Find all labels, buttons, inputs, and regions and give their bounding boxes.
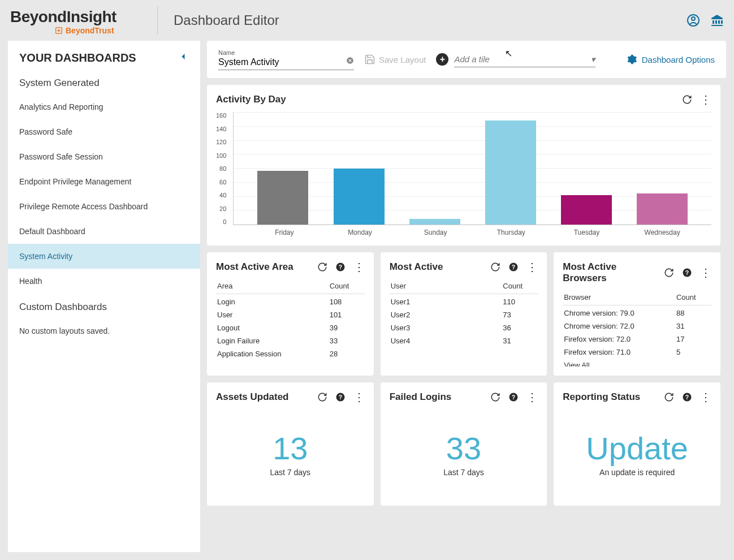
sidebar-item[interactable]: Privilege Remote Access Dashboard [8,194,200,219]
y-tick: 120 [216,139,226,145]
sidebar-item[interactable]: Health [8,269,200,294]
y-tick: 140 [216,126,226,132]
failed-logins-sub: Last 7 days [443,468,484,477]
card-menu-icon[interactable]: ⋮ [353,261,365,273]
svg-text:?: ? [338,264,342,270]
sidebar-item[interactable]: Analytics And Reporting [8,94,200,119]
card-title: Failed Logins [390,391,485,403]
refresh-icon[interactable] [664,268,674,278]
help-icon[interactable]: ? [682,392,692,402]
x-label: Friday [259,229,310,236]
assets-updated-sub: Last 7 days [270,468,311,477]
sidebar-item[interactable]: Default Dashboard [8,219,200,244]
table-row[interactable]: Login108 [216,295,365,308]
assets-updated-card: Assets Updated ? ⋮ 13 Last 7 days [207,382,374,506]
card-menu-icon[interactable]: ⋮ [700,267,711,278]
card-title: Most Active Browsers [563,261,658,284]
card-menu-icon[interactable]: ⋮ [700,94,711,105]
page-title: Dashboard Editor [157,6,279,35]
col-header: Count [503,282,537,290]
activity-chart: 160140120100806040200 [216,112,711,225]
dashboard-options-button[interactable]: Dashboard Options [626,54,715,65]
reporting-status-value: Update [586,430,688,467]
chart-bar[interactable] [334,169,385,225]
table-row[interactable]: Application Session28 [216,347,365,360]
chart-bar[interactable] [257,171,308,225]
help-icon[interactable]: ? [682,268,692,278]
chart-bar[interactable] [561,195,612,225]
y-tick: 80 [219,165,226,172]
refresh-icon[interactable] [490,262,500,272]
chart-bar[interactable] [485,120,536,225]
user-icon[interactable] [686,14,700,27]
chevron-down-icon: ▾ [591,54,595,64]
bank-icon[interactable] [710,14,724,27]
section-custom-dashboards: Custom Dashboards [8,294,200,318]
add-tile-select[interactable]: Add a tile ▾ [454,52,595,67]
table-row[interactable]: Chrome version: 79.088 [563,307,711,320]
brand-icon [54,26,63,35]
card-menu-icon[interactable]: ⋮ [526,391,538,403]
refresh-icon[interactable] [682,94,692,105]
add-tile-button[interactable]: + [436,53,448,66]
svg-text:?: ? [338,394,342,400]
sidebar-item[interactable]: System Activity [8,244,200,269]
col-header: User [391,282,503,290]
svg-text:?: ? [512,394,515,400]
table-row[interactable]: User336 [390,321,538,334]
refresh-icon[interactable] [317,392,327,402]
sidebar-item[interactable]: Endpoint Privilege Management [8,169,200,194]
table-row[interactable]: Chrome version: 72.031 [563,320,711,333]
card-title: Assets Updated [216,391,312,403]
main: Name Save Layout + Add a tile ▾ Dashboar [207,41,726,552]
svg-text:?: ? [685,269,689,276]
sidebar-item[interactable]: Password Safe Session [8,144,200,169]
table-row[interactable]: User273 [390,308,538,321]
help-icon[interactable]: ? [335,392,346,402]
x-label: Wednesday [637,229,688,236]
most-active-browsers-card: Most Active Browsers ? ⋮ BrowserCountChr… [554,252,720,376]
card-title: Most Active [390,261,485,273]
add-tile-wrap: + Add a tile ▾ [436,52,595,67]
name-label: Name [218,49,354,56]
chart-bar[interactable] [409,219,460,225]
y-tick: 160 [216,112,226,119]
collapse-sidebar-icon[interactable] [178,51,189,65]
most-active-card: Most Active ? ⋮ UserCountUser1110User273… [381,252,547,376]
table-row[interactable]: Firefox version: 72.017 [563,333,711,346]
card-menu-icon[interactable]: ⋮ [526,261,538,273]
y-tick: 20 [219,205,226,212]
refresh-icon[interactable] [664,392,674,402]
sidebar-item[interactable]: Password Safe [8,119,200,144]
dashboard-name-input[interactable] [218,56,354,70]
refresh-icon[interactable] [317,262,327,272]
editor-toolbar: Name Save Layout + Add a tile ▾ Dashboar [207,41,726,78]
table-row[interactable]: User101 [216,308,365,321]
y-tick: 40 [219,192,226,199]
clear-name-icon[interactable] [346,57,354,67]
table-row[interactable]: Login Failure33 [216,334,365,347]
refresh-icon[interactable] [490,392,500,402]
chart-bar[interactable] [637,193,688,225]
gear-icon [626,54,637,65]
table-row[interactable]: User431 [390,334,538,347]
brand-sub: BeyondTrust [54,26,114,35]
help-icon[interactable]: ? [508,392,519,402]
table-row[interactable]: User1110 [390,295,538,308]
svg-text:?: ? [512,264,515,270]
x-label: Sunday [410,229,461,236]
card-menu-icon[interactable]: ⋮ [353,391,365,403]
top-header: BeyondInsight BeyondTrust Dashboard Edit… [0,0,734,41]
card-menu-icon[interactable]: ⋮ [700,391,711,403]
x-label: Thursday [486,229,537,236]
y-tick: 0 [223,218,226,225]
save-layout-button[interactable]: Save Layout [364,54,426,65]
table-row[interactable]: Firefox version: 71.05 [563,346,711,359]
help-icon[interactable]: ? [508,262,519,272]
y-tick: 60 [219,179,226,186]
top-icons [686,14,724,27]
view-all-link[interactable]: View All [563,359,711,367]
table-row[interactable]: Logout39 [216,321,365,334]
dashboard-name-field: Name [218,49,354,70]
help-icon[interactable]: ? [335,262,346,272]
